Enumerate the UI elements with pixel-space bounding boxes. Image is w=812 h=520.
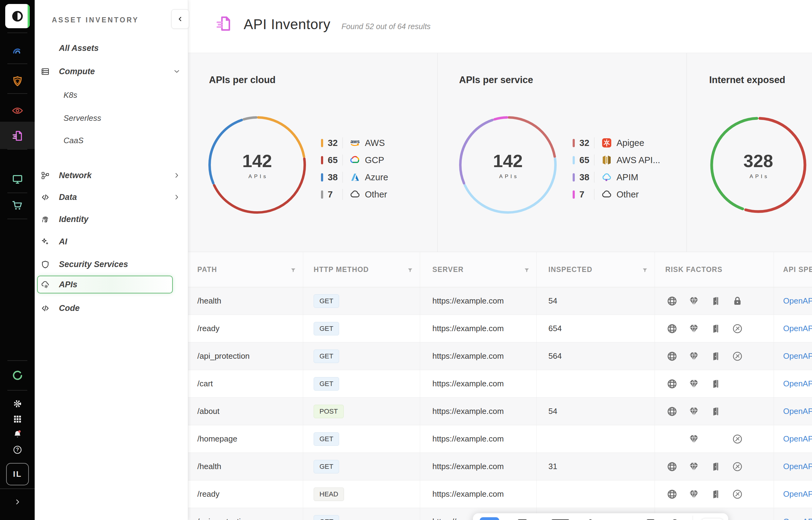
table-row[interactable]: /about POST https://example.com 54 OpenA… bbox=[188, 398, 812, 425]
legend-count: 38 bbox=[580, 172, 593, 182]
legend-count: 32 bbox=[328, 138, 342, 148]
legend-row[interactable]: 38 APIM bbox=[573, 168, 660, 186]
openapi-link[interactable]: OpenAPI bbox=[783, 324, 812, 333]
sidebar-item-data[interactable]: Data bbox=[35, 188, 188, 207]
sidebar-item-identity[interactable]: Identity bbox=[35, 210, 188, 229]
openapi-link[interactable]: OpenAPI bbox=[783, 489, 812, 499]
owasp-risk-icon bbox=[731, 461, 743, 473]
table-row[interactable]: /ready GET https://example.com 654 OpenA… bbox=[188, 315, 812, 342]
cart-teal-icon bbox=[11, 199, 24, 212]
sidebar-item-security-services[interactable]: Security Services bbox=[35, 255, 188, 274]
sidebar-item-serverless[interactable]: Serverless bbox=[35, 108, 188, 128]
legend-color-bar bbox=[573, 156, 575, 164]
filter-funnel-icon[interactable] bbox=[407, 267, 413, 272]
sidebar-item-apis[interactable]: APIs bbox=[35, 275, 188, 294]
donut-center-value: 142 bbox=[493, 151, 523, 171]
rail-item-marketplace[interactable] bbox=[0, 195, 35, 216]
owasp-risk-icon bbox=[731, 433, 743, 445]
legend-row[interactable]: 65 GCP bbox=[321, 152, 388, 168]
rail-item-workstations[interactable] bbox=[0, 168, 35, 190]
column-header-label: RISK FACTORS bbox=[665, 265, 722, 274]
openapi-link[interactable]: OpenAPI bbox=[783, 296, 812, 306]
column-header-inspected[interactable]: INSPECTED bbox=[537, 252, 655, 287]
column-header-server[interactable]: SERVER bbox=[420, 252, 537, 287]
sidebar-item-network[interactable]: Network bbox=[35, 166, 188, 185]
filter-funnel-icon[interactable] bbox=[290, 267, 296, 272]
sidebar-item-ai[interactable]: AI bbox=[35, 232, 188, 251]
sidebar-item-k8s[interactable]: K8s bbox=[35, 85, 188, 105]
openapi-link[interactable]: OpenAPI bbox=[783, 379, 812, 388]
arc-gauge-icon bbox=[11, 45, 24, 57]
column-header-risk-factors[interactable]: RISK FACTORS bbox=[655, 252, 774, 287]
openapi-link[interactable]: OpenAPI bbox=[783, 462, 812, 471]
toolbar-primary-button[interactable] bbox=[479, 517, 499, 520]
chevron-right-icon[interactable] bbox=[173, 193, 181, 201]
chevron-right-icon[interactable] bbox=[173, 172, 181, 179]
legend-row[interactable]: 7 Other bbox=[321, 186, 388, 203]
table-row[interactable]: /cart GET https://example.com OpenAPI bbox=[188, 370, 812, 398]
question-icon: ? bbox=[12, 445, 23, 455]
empty-risk-slot bbox=[710, 433, 722, 445]
globe-risk-icon bbox=[666, 295, 678, 307]
cell-inspected: 54 bbox=[537, 287, 655, 315]
page-header: API Inventory Found 52 out of 64 results bbox=[188, 0, 812, 53]
table-row[interactable]: /health GET https://example.com 31 OpenA… bbox=[188, 453, 812, 480]
legend-row[interactable]: 32 Apigee bbox=[573, 134, 660, 152]
rail-item-api-security[interactable] bbox=[0, 125, 35, 147]
legend-row[interactable]: 38 Azure bbox=[321, 168, 388, 186]
table-row[interactable]: /health GET https://example.com 54 OpenA… bbox=[188, 287, 812, 315]
legend-row[interactable]: 32 aws AWS bbox=[321, 134, 388, 152]
rail-item-posture[interactable] bbox=[0, 40, 35, 61]
empty-risk-slot bbox=[666, 433, 678, 445]
rail-item-settings[interactable] bbox=[0, 396, 35, 412]
legend-row[interactable]: 7 Other bbox=[573, 186, 660, 203]
sparkles-icon bbox=[41, 237, 50, 246]
rail-item-protection[interactable] bbox=[0, 71, 35, 92]
rail-item-notifications[interactable] bbox=[0, 427, 35, 442]
sidebar-item-label: AI bbox=[59, 237, 67, 246]
openapi-link[interactable]: OpenAPI bbox=[783, 407, 812, 416]
rail-expand-button[interactable] bbox=[0, 494, 35, 510]
table-row[interactable]: /homepage GET https://example.com OpenAP… bbox=[188, 425, 812, 453]
cell-inspected bbox=[537, 480, 655, 508]
cell-path: /health bbox=[188, 287, 303, 315]
product-logo[interactable] bbox=[5, 4, 30, 28]
column-header-path[interactable]: PATH bbox=[188, 252, 303, 287]
chart-title: APIs per service bbox=[459, 75, 533, 85]
rail-item-detection[interactable] bbox=[0, 100, 35, 122]
cell-path: /homepage bbox=[188, 425, 303, 452]
rail-item-help[interactable]: ? bbox=[0, 443, 35, 457]
filter-funnel-icon[interactable] bbox=[524, 267, 530, 272]
table-row[interactable]: /ready HEAD https://example.com OpenAPI bbox=[188, 480, 812, 508]
column-header-http-method[interactable]: HTTP METHOD bbox=[303, 252, 420, 287]
openapi-link[interactable]: OpenAPI bbox=[783, 352, 812, 361]
table-row[interactable]: /api_protection GET https://example.com … bbox=[188, 342, 812, 370]
cell-path: /health bbox=[188, 453, 303, 480]
sidebar-item-code[interactable]: Code bbox=[35, 298, 188, 318]
openapi-link[interactable]: OpenAPI bbox=[783, 517, 812, 520]
toolbar-secondary-button[interactable] bbox=[701, 518, 723, 520]
cell-risk-factors bbox=[655, 287, 774, 315]
http-method-badge: HEAD bbox=[314, 488, 344, 501]
sidebar-item-all-assets[interactable]: All Assets bbox=[35, 38, 188, 58]
legend-color-bar bbox=[321, 173, 323, 182]
monitor-teal-icon bbox=[11, 173, 24, 185]
cell-method: GET bbox=[303, 342, 420, 370]
avatar[interactable]: IL bbox=[6, 463, 29, 485]
empty-risk-slot bbox=[731, 405, 743, 418]
sidebar-collapse-button[interactable] bbox=[171, 9, 189, 29]
column-header-api-spec[interactable]: API SPEC bbox=[774, 252, 812, 287]
legend-row[interactable]: 65 AWS API... bbox=[573, 152, 660, 168]
cell-server: https://example.com bbox=[420, 453, 537, 480]
sidebar-item-label: Network bbox=[59, 171, 92, 180]
rail-item-apps[interactable] bbox=[0, 412, 35, 426]
cell-method: GET bbox=[303, 508, 420, 520]
sidebar-item-caas[interactable]: CaaS bbox=[35, 131, 188, 150]
chevron-down-icon[interactable] bbox=[173, 68, 181, 75]
sidebar-item-compute[interactable]: Compute bbox=[35, 62, 188, 81]
cell-risk-factors bbox=[655, 425, 774, 452]
openapi-link[interactable]: OpenAPI bbox=[783, 434, 812, 444]
rail-item-platform[interactable] bbox=[0, 365, 35, 386]
filter-funnel-icon[interactable] bbox=[642, 267, 648, 272]
compute-icon bbox=[41, 67, 50, 76]
